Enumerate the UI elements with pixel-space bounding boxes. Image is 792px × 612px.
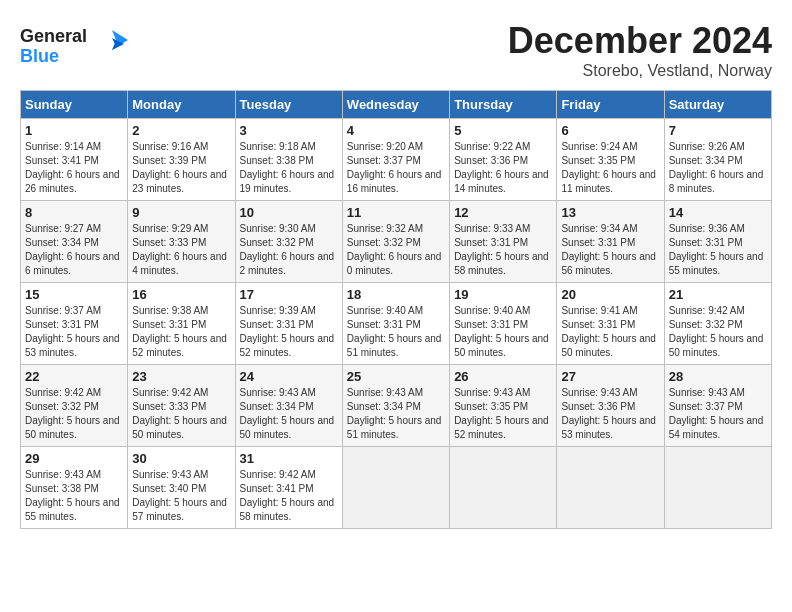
day-number: 13 <box>561 205 659 220</box>
day-cell <box>450 447 557 529</box>
page-header: General Blue December 2024 Storebo, Vest… <box>20 20 772 80</box>
month-title: December 2024 <box>508 20 772 62</box>
day-info: Sunrise: 9:27 AMSunset: 3:34 PMDaylight:… <box>25 222 123 278</box>
day-cell: 19Sunrise: 9:40 AMSunset: 3:31 PMDayligh… <box>450 283 557 365</box>
week-row-4: 22Sunrise: 9:42 AMSunset: 3:32 PMDayligh… <box>21 365 772 447</box>
day-cell: 21Sunrise: 9:42 AMSunset: 3:32 PMDayligh… <box>664 283 771 365</box>
day-info: Sunrise: 9:43 AMSunset: 3:34 PMDaylight:… <box>240 386 338 442</box>
day-info: Sunrise: 9:34 AMSunset: 3:31 PMDaylight:… <box>561 222 659 278</box>
day-info: Sunrise: 9:14 AMSunset: 3:41 PMDaylight:… <box>25 140 123 196</box>
day-cell <box>664 447 771 529</box>
day-info: Sunrise: 9:37 AMSunset: 3:31 PMDaylight:… <box>25 304 123 360</box>
col-header-sunday: Sunday <box>21 91 128 119</box>
day-number: 4 <box>347 123 445 138</box>
day-number: 19 <box>454 287 552 302</box>
day-number: 8 <box>25 205 123 220</box>
day-info: Sunrise: 9:36 AMSunset: 3:31 PMDaylight:… <box>669 222 767 278</box>
logo: General Blue <box>20 20 130 74</box>
day-info: Sunrise: 9:42 AMSunset: 3:33 PMDaylight:… <box>132 386 230 442</box>
week-row-3: 15Sunrise: 9:37 AMSunset: 3:31 PMDayligh… <box>21 283 772 365</box>
day-info: Sunrise: 9:43 AMSunset: 3:40 PMDaylight:… <box>132 468 230 524</box>
day-number: 11 <box>347 205 445 220</box>
day-number: 5 <box>454 123 552 138</box>
day-info: Sunrise: 9:22 AMSunset: 3:36 PMDaylight:… <box>454 140 552 196</box>
svg-text:General: General <box>20 26 87 46</box>
day-cell: 12Sunrise: 9:33 AMSunset: 3:31 PMDayligh… <box>450 201 557 283</box>
day-number: 26 <box>454 369 552 384</box>
day-number: 30 <box>132 451 230 466</box>
week-row-1: 1Sunrise: 9:14 AMSunset: 3:41 PMDaylight… <box>21 119 772 201</box>
day-number: 7 <box>669 123 767 138</box>
col-header-wednesday: Wednesday <box>342 91 449 119</box>
day-number: 1 <box>25 123 123 138</box>
day-number: 14 <box>669 205 767 220</box>
header-row: SundayMondayTuesdayWednesdayThursdayFrid… <box>21 91 772 119</box>
day-cell: 31Sunrise: 9:42 AMSunset: 3:41 PMDayligh… <box>235 447 342 529</box>
day-info: Sunrise: 9:38 AMSunset: 3:31 PMDaylight:… <box>132 304 230 360</box>
day-cell: 16Sunrise: 9:38 AMSunset: 3:31 PMDayligh… <box>128 283 235 365</box>
day-cell: 17Sunrise: 9:39 AMSunset: 3:31 PMDayligh… <box>235 283 342 365</box>
week-row-2: 8Sunrise: 9:27 AMSunset: 3:34 PMDaylight… <box>21 201 772 283</box>
day-cell: 1Sunrise: 9:14 AMSunset: 3:41 PMDaylight… <box>21 119 128 201</box>
day-info: Sunrise: 9:30 AMSunset: 3:32 PMDaylight:… <box>240 222 338 278</box>
day-cell: 28Sunrise: 9:43 AMSunset: 3:37 PMDayligh… <box>664 365 771 447</box>
day-cell: 30Sunrise: 9:43 AMSunset: 3:40 PMDayligh… <box>128 447 235 529</box>
day-cell: 25Sunrise: 9:43 AMSunset: 3:34 PMDayligh… <box>342 365 449 447</box>
day-info: Sunrise: 9:40 AMSunset: 3:31 PMDaylight:… <box>347 304 445 360</box>
logo-svg: General Blue <box>20 20 130 70</box>
day-info: Sunrise: 9:33 AMSunset: 3:31 PMDaylight:… <box>454 222 552 278</box>
day-number: 20 <box>561 287 659 302</box>
day-number: 31 <box>240 451 338 466</box>
day-info: Sunrise: 9:29 AMSunset: 3:33 PMDaylight:… <box>132 222 230 278</box>
day-info: Sunrise: 9:43 AMSunset: 3:38 PMDaylight:… <box>25 468 123 524</box>
day-cell <box>342 447 449 529</box>
col-header-thursday: Thursday <box>450 91 557 119</box>
day-info: Sunrise: 9:43 AMSunset: 3:34 PMDaylight:… <box>347 386 445 442</box>
day-info: Sunrise: 9:24 AMSunset: 3:35 PMDaylight:… <box>561 140 659 196</box>
svg-text:Blue: Blue <box>20 46 59 66</box>
day-number: 10 <box>240 205 338 220</box>
day-cell: 10Sunrise: 9:30 AMSunset: 3:32 PMDayligh… <box>235 201 342 283</box>
day-number: 28 <box>669 369 767 384</box>
day-info: Sunrise: 9:32 AMSunset: 3:32 PMDaylight:… <box>347 222 445 278</box>
col-header-tuesday: Tuesday <box>235 91 342 119</box>
day-info: Sunrise: 9:39 AMSunset: 3:31 PMDaylight:… <box>240 304 338 360</box>
day-info: Sunrise: 9:43 AMSunset: 3:35 PMDaylight:… <box>454 386 552 442</box>
day-cell: 5Sunrise: 9:22 AMSunset: 3:36 PMDaylight… <box>450 119 557 201</box>
day-info: Sunrise: 9:42 AMSunset: 3:41 PMDaylight:… <box>240 468 338 524</box>
day-number: 23 <box>132 369 230 384</box>
day-number: 6 <box>561 123 659 138</box>
day-number: 12 <box>454 205 552 220</box>
day-cell: 9Sunrise: 9:29 AMSunset: 3:33 PMDaylight… <box>128 201 235 283</box>
day-info: Sunrise: 9:40 AMSunset: 3:31 PMDaylight:… <box>454 304 552 360</box>
day-cell: 13Sunrise: 9:34 AMSunset: 3:31 PMDayligh… <box>557 201 664 283</box>
day-info: Sunrise: 9:43 AMSunset: 3:36 PMDaylight:… <box>561 386 659 442</box>
day-number: 29 <box>25 451 123 466</box>
day-cell: 23Sunrise: 9:42 AMSunset: 3:33 PMDayligh… <box>128 365 235 447</box>
day-cell: 24Sunrise: 9:43 AMSunset: 3:34 PMDayligh… <box>235 365 342 447</box>
day-number: 17 <box>240 287 338 302</box>
col-header-monday: Monday <box>128 91 235 119</box>
day-cell <box>557 447 664 529</box>
day-cell: 4Sunrise: 9:20 AMSunset: 3:37 PMDaylight… <box>342 119 449 201</box>
day-number: 21 <box>669 287 767 302</box>
day-info: Sunrise: 9:20 AMSunset: 3:37 PMDaylight:… <box>347 140 445 196</box>
day-cell: 29Sunrise: 9:43 AMSunset: 3:38 PMDayligh… <box>21 447 128 529</box>
day-cell: 22Sunrise: 9:42 AMSunset: 3:32 PMDayligh… <box>21 365 128 447</box>
day-cell: 18Sunrise: 9:40 AMSunset: 3:31 PMDayligh… <box>342 283 449 365</box>
day-number: 2 <box>132 123 230 138</box>
day-cell: 26Sunrise: 9:43 AMSunset: 3:35 PMDayligh… <box>450 365 557 447</box>
day-cell: 20Sunrise: 9:41 AMSunset: 3:31 PMDayligh… <box>557 283 664 365</box>
day-info: Sunrise: 9:26 AMSunset: 3:34 PMDaylight:… <box>669 140 767 196</box>
col-header-saturday: Saturday <box>664 91 771 119</box>
day-info: Sunrise: 9:42 AMSunset: 3:32 PMDaylight:… <box>669 304 767 360</box>
day-cell: 11Sunrise: 9:32 AMSunset: 3:32 PMDayligh… <box>342 201 449 283</box>
day-cell: 8Sunrise: 9:27 AMSunset: 3:34 PMDaylight… <box>21 201 128 283</box>
day-info: Sunrise: 9:41 AMSunset: 3:31 PMDaylight:… <box>561 304 659 360</box>
day-cell: 14Sunrise: 9:36 AMSunset: 3:31 PMDayligh… <box>664 201 771 283</box>
day-number: 22 <box>25 369 123 384</box>
day-number: 18 <box>347 287 445 302</box>
day-number: 16 <box>132 287 230 302</box>
day-number: 15 <box>25 287 123 302</box>
day-number: 27 <box>561 369 659 384</box>
